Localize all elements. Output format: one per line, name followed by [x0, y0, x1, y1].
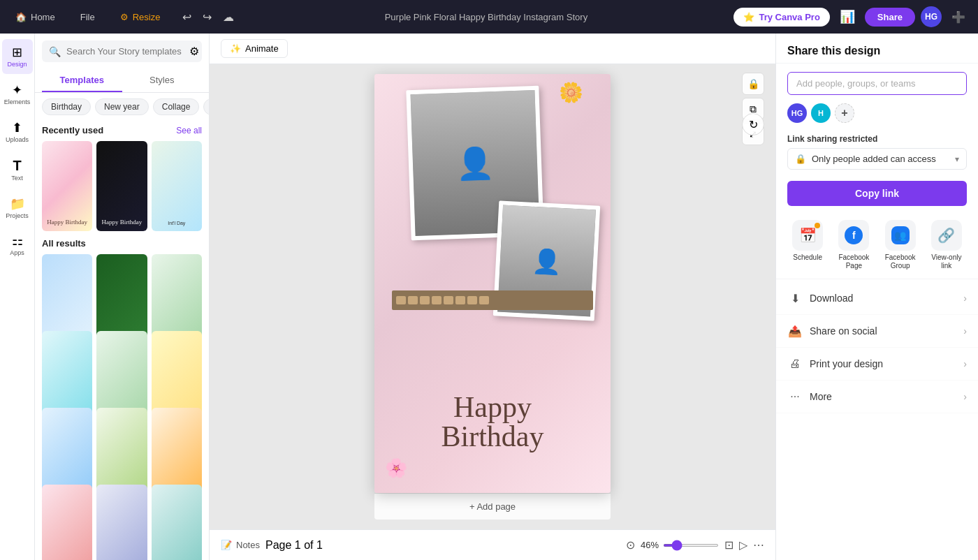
chevron-down-icon: ▾ — [955, 154, 959, 164]
happy-birthday-text: Happy Birthday — [385, 392, 600, 451]
recently-used-header: Recently used See all — [35, 121, 209, 138]
sidebar-item-text[interactable]: T Text — [2, 152, 33, 188]
share-panel-header: Share this design — [776, 34, 978, 64]
template-item[interactable]: Happy Birthday — [42, 141, 92, 231]
recently-used-grid: Happy Birthday Happy Birthday Int'l Day — [35, 138, 209, 234]
film-hole — [420, 296, 430, 304]
avatar-hg: HG — [787, 103, 807, 123]
present-button[interactable]: ▷ — [739, 538, 747, 552]
more-options-button[interactable]: ⋯ — [753, 538, 764, 552]
birthday-text: Birthday — [385, 422, 600, 451]
file-label: File — [80, 12, 95, 22]
sidebar-item-elements[interactable]: ✦ Elements — [2, 77, 33, 112]
all-results-header: All results — [35, 234, 209, 251]
lock-tool-button[interactable]: 🔒 — [742, 73, 764, 95]
tag-collage[interactable]: Collage — [153, 98, 200, 115]
chevron-right-icon: › — [963, 391, 967, 402]
tags-row: Birthday New year Collage Food ▶ — [35, 93, 209, 121]
home-button[interactable]: 🏠 Home — [8, 8, 62, 27]
share-input-row — [776, 64, 978, 101]
page-info: Page 1 of 1 — [265, 539, 323, 552]
sidebar-item-projects[interactable]: 📁 Projects — [2, 191, 33, 226]
chevron-right-icon: › — [963, 358, 967, 369]
tag-food[interactable]: Food — [203, 98, 209, 115]
facebook-page-icon: f — [838, 220, 869, 251]
view-link-action[interactable]: 🔗 View-only link — [926, 220, 967, 270]
schedule-label: Schedule — [793, 253, 822, 262]
animate-icon: ✨ — [230, 43, 241, 54]
copy-link-button[interactable]: Copy link — [787, 181, 967, 206]
add-page-bar[interactable]: + Add page — [374, 493, 611, 520]
sidebar-item-label: Text — [11, 175, 23, 182]
sidebar-item-label: Elements — [4, 99, 31, 106]
photo-collage: 👤 👤 🌼 — [395, 88, 590, 325]
more-icon: ··· — [787, 389, 803, 404]
template-item[interactable]: Happy Birthday — [96, 141, 147, 231]
history-controls: ↩ ↪ ☁ — [178, 8, 238, 27]
try-pro-label: Try Canva Pro — [759, 12, 819, 22]
canvas-toolbar: ✨ Animate — [210, 34, 775, 64]
add-user-button[interactable]: ➕ — [947, 8, 970, 27]
download-menu-item[interactable]: ⬇ Download › — [776, 282, 978, 315]
resize-button[interactable]: ⚙ Resize — [113, 8, 168, 27]
sidebar-item-design[interactable]: ⊞ Design — [2, 39, 33, 74]
share-social-menu-item[interactable]: 📤 Share on social › — [776, 315, 978, 348]
main-area: ⊞ Design ✦ Elements ⬆ Uploads T Text 📁 P… — [0, 34, 978, 560]
tab-templates[interactable]: Templates — [42, 69, 122, 92]
tag-birthday[interactable]: Birthday — [42, 98, 91, 115]
share-people-input[interactable] — [787, 72, 967, 95]
film-hole — [455, 296, 465, 304]
share-social-icon: 📤 — [787, 323, 803, 339]
add-collaborator-button[interactable]: + — [835, 103, 854, 123]
file-button[interactable]: File — [73, 8, 102, 27]
undo-button[interactable]: ↩ — [178, 8, 196, 27]
link-option-text: Only people added can access — [812, 154, 949, 164]
redo-button[interactable]: ↪ — [198, 8, 216, 27]
analytics-button[interactable]: 📊 — [835, 6, 859, 27]
sidebar-item-uploads[interactable]: ⬆ Uploads — [2, 115, 33, 149]
schedule-dot — [815, 223, 820, 228]
cloud-save-button[interactable]: ☁ — [219, 8, 238, 27]
hide-panel-button[interactable]: ⊙ — [626, 538, 635, 552]
notes-icon: 📝 — [221, 540, 232, 550]
resize-label: Resize — [133, 12, 161, 22]
search-box: 🔍 ⚙ — [42, 40, 202, 62]
facebook-page-action[interactable]: f Facebook Page — [833, 220, 874, 270]
schedule-action[interactable]: 📅 Schedule — [787, 220, 828, 270]
template-panel: 🔍 ⚙ Templates Styles Birthday New year C… — [35, 34, 210, 560]
canvas-wrapper: 🔒 ⧉ ⤢ ↻ 👤 👤 — [210, 64, 775, 529]
share-actions: 📅 Schedule f Facebook Page 👥 Facebook Gr… — [776, 212, 978, 279]
refresh-button[interactable]: ↻ — [742, 113, 764, 135]
filter-icon[interactable]: ⚙ — [189, 45, 199, 58]
tag-newyear[interactable]: New year — [95, 98, 149, 115]
film-hole — [467, 296, 477, 304]
share-button[interactable]: Share — [865, 8, 915, 27]
print-label: Print your design — [810, 358, 883, 369]
template-item[interactable]: Back to School — [42, 485, 92, 560]
notes-button[interactable]: 📝 Notes — [221, 540, 260, 550]
facebook-group-action[interactable]: 👥 Facebook Group — [880, 220, 921, 270]
topbar: 🏠 Home File ⚙ Resize ↩ ↪ ☁ Purple Pink F… — [0, 0, 978, 34]
sidebar-item-apps[interactable]: ⚏ Apps — [2, 228, 33, 263]
template-item[interactable]: Attention — [152, 485, 202, 560]
see-all-button[interactable]: See all — [176, 126, 202, 135]
design-canvas[interactable]: 👤 👤 🌼 — [374, 74, 611, 493]
print-menu-item[interactable]: 🖨 Print your design › — [776, 348, 978, 381]
fit-screen-button[interactable]: ⊡ — [724, 538, 734, 552]
sidebar-item-label: Apps — [10, 250, 24, 257]
film-hole — [408, 296, 418, 304]
facebook-page-label: Facebook Page — [833, 253, 874, 270]
link-dropdown[interactable]: 🔒 Only people added can access ▾ — [787, 148, 967, 170]
zoom-level: 46% — [641, 540, 659, 550]
animate-button[interactable]: ✨ Animate — [221, 39, 288, 58]
search-input[interactable] — [66, 46, 184, 57]
tab-styles[interactable]: Styles — [122, 69, 203, 92]
template-item[interactable]: NG — [96, 485, 147, 560]
topbar-left: 🏠 Home File ⚙ Resize ↩ ↪ ☁ — [8, 8, 238, 27]
star-icon: ⭐ — [743, 12, 754, 22]
more-menu-item[interactable]: ··· More › — [776, 381, 978, 413]
zoom-slider[interactable] — [663, 544, 719, 547]
template-item[interactable]: Int'l Day — [152, 141, 202, 231]
try-pro-button[interactable]: ⭐ Try Canva Pro — [734, 8, 829, 27]
flower-bottom-decoration: 🌸 — [385, 457, 407, 479]
